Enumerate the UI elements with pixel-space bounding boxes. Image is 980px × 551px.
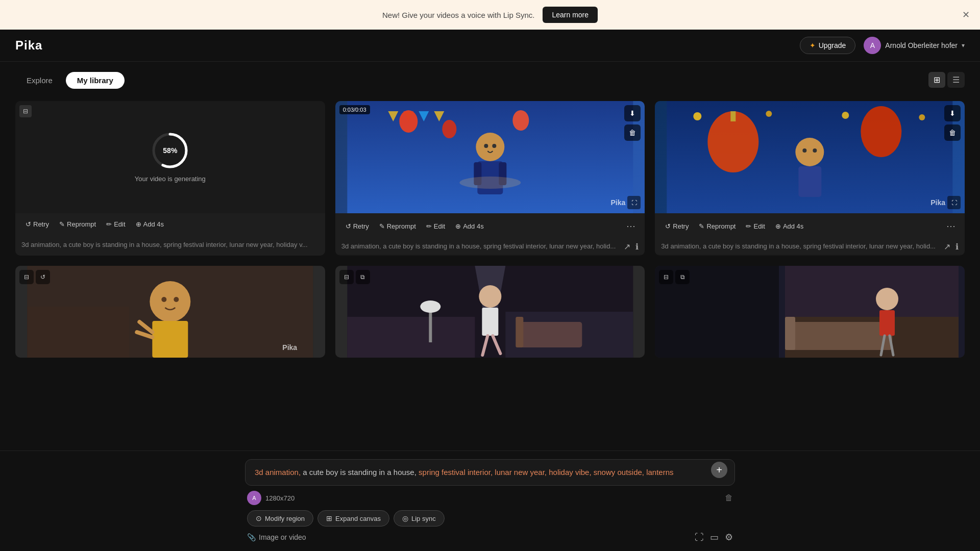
retry-icon: ↺ bbox=[26, 220, 31, 228]
reprompt-button-2[interactable]: ✎ Reprompt bbox=[695, 220, 740, 232]
share-button-1[interactable]: ↗ bbox=[624, 242, 630, 252]
reprompt-button-1[interactable]: ✎ Reprompt bbox=[375, 220, 420, 232]
svg-text:Pika: Pika bbox=[282, 343, 297, 352]
user-name: Arnold Oberleiter hofer bbox=[885, 41, 958, 49]
view-controls: ⊞ ☰ bbox=[928, 72, 965, 88]
keyword-lanterns: lanterns bbox=[646, 468, 673, 477]
resolution-label: 1280x720 bbox=[265, 494, 295, 502]
svg-point-22 bbox=[766, 111, 772, 117]
upgrade-button[interactable]: ✦ Upgrade bbox=[800, 37, 856, 54]
video-card-1: ⬇ 🗑 0:03/0:03 Pika ⛶ ↺ Retry ✎ Re bbox=[335, 101, 645, 256]
thumb-top-left-1: 0:03/0:03 bbox=[339, 105, 370, 114]
settings-button[interactable]: ⚙ bbox=[725, 532, 733, 543]
expand-small-woman[interactable]: ⊟ bbox=[339, 270, 354, 284]
lip-sync-button[interactable]: ◎ Lip sync bbox=[394, 510, 445, 527]
tabs-row: Explore My library ⊞ ☰ bbox=[15, 72, 965, 101]
pika-watermark-1: Pika ⛶ bbox=[611, 196, 641, 209]
keyword-3d-animation: 3d animation, bbox=[255, 468, 301, 477]
video-thumb-2[interactable]: ⬇ 🗑 Pika ⛶ bbox=[655, 101, 965, 213]
learn-more-button[interactable]: Learn more bbox=[543, 7, 598, 23]
video-grid-row2: Pika ⊟ ↺ bbox=[15, 266, 965, 358]
notification-banner: New! Give your videos a voice with Lip S… bbox=[0, 0, 980, 30]
paperclip-icon: 📎 bbox=[247, 533, 256, 541]
copy-small-couch[interactable]: ⧉ bbox=[675, 270, 690, 284]
svg-point-54 bbox=[876, 288, 898, 310]
time-badge-1: 0:03/0:03 bbox=[339, 105, 370, 114]
tab-my-library[interactable]: My library bbox=[66, 72, 125, 89]
share-button-2[interactable]: ↗ bbox=[944, 242, 950, 252]
download-button-2[interactable]: ⬇ bbox=[944, 105, 961, 121]
edit-button-1[interactable]: ✏ Edit bbox=[422, 220, 449, 232]
user-info[interactable]: A Arnold Oberleiter hofer ▾ bbox=[864, 37, 965, 54]
expand-small-man[interactable]: ⊟ bbox=[19, 270, 34, 284]
expand-icon: ⊟ bbox=[19, 105, 32, 117]
svg-point-5 bbox=[512, 110, 529, 131]
expand-btn-1[interactable]: ⛶ bbox=[627, 196, 641, 209]
expand-canvas-button[interactable]: ⊞ Expand canvas bbox=[317, 510, 389, 527]
delete-button-1[interactable]: 🗑 bbox=[624, 124, 641, 141]
bottom-area: 3d animation, a cute boy is standing in … bbox=[0, 450, 980, 552]
svg-point-24 bbox=[919, 114, 925, 120]
add-button[interactable]: + bbox=[711, 462, 727, 478]
resolution-delete-button[interactable]: 🗑 bbox=[725, 493, 733, 503]
video-thumb-1[interactable]: ⬇ 🗑 0:03/0:03 Pika ⛶ bbox=[335, 101, 645, 213]
svg-point-23 bbox=[842, 112, 849, 119]
card-description-1: 3d animation, a cute boy is standing in … bbox=[341, 242, 624, 251]
video-card-man: Pika ⊟ ↺ bbox=[15, 266, 325, 358]
add4s-button-2[interactable]: ⊕ Add 4s bbox=[771, 220, 807, 232]
image-or-video-label: Image or video bbox=[259, 533, 306, 541]
header: Pika ✦ Upgrade A Arnold Oberleiter hofer… bbox=[0, 30, 980, 62]
toolbar-icons: ⛶ ▭ ⚙ bbox=[695, 532, 733, 543]
action-bar-1: ↺ Retry ✎ Reprompt ✏ Edit ⊕ Add 4s ⋯ bbox=[335, 213, 645, 239]
info-button-1[interactable]: ℹ bbox=[635, 242, 639, 252]
retry-button-0[interactable]: ↺ Retry bbox=[21, 218, 53, 230]
refresh-small-man[interactable]: ↺ bbox=[36, 270, 50, 284]
video-card-woman-couch: ⊟ ⧉ bbox=[655, 266, 965, 358]
keyword-lunar-new-year: lunar new year, bbox=[495, 468, 547, 477]
video-thumb-woman-room[interactable]: ⊟ ⧉ bbox=[335, 266, 645, 358]
grid-view-button[interactable]: ⊞ bbox=[928, 72, 945, 88]
svg-rect-52 bbox=[790, 322, 892, 350]
more-button-2[interactable]: ⋯ bbox=[943, 218, 959, 234]
card-description-0: 3d animation, a cute boy is standing in … bbox=[15, 235, 325, 256]
delete-button-2[interactable]: 🗑 bbox=[944, 124, 961, 141]
video-thumb-woman-couch[interactable]: ⊟ ⧉ bbox=[655, 266, 965, 358]
modify-region-button[interactable]: ⊙ Modify region bbox=[247, 510, 313, 527]
download-button-1[interactable]: ⬇ bbox=[624, 105, 641, 121]
image-or-video[interactable]: 📎 Image or video bbox=[247, 533, 306, 541]
expand-btn-2[interactable]: ⛶ bbox=[947, 196, 961, 209]
video-card-woman-room: ⊟ ⧉ bbox=[335, 266, 645, 358]
svg-rect-38 bbox=[347, 317, 475, 358]
prompt-box: 3d animation, a cute boy is standing in … bbox=[245, 459, 735, 486]
modify-region-icon: ⊙ bbox=[256, 514, 262, 522]
expand-small-couch[interactable]: ⊟ bbox=[659, 270, 673, 284]
video-card-2: ⬇ 🗑 Pika ⛶ ↺ Retry ✎ Reprompt ✏ bbox=[655, 101, 965, 256]
list-view-button[interactable]: ☰ bbox=[947, 72, 965, 88]
keyword-holiday-vibe: holiday vibe, bbox=[549, 468, 591, 477]
prompt-text: 3d animation, a cute boy is standing in … bbox=[255, 467, 725, 479]
video-grid-row1: ⊟ 58% Your video is generating ↺ Retry bbox=[15, 101, 965, 256]
copy-small-woman[interactable]: ⧉ bbox=[356, 270, 370, 284]
retry-button-2[interactable]: ↺ Retry bbox=[661, 220, 693, 232]
card-description-2: 3d animation, a cute boy is standing in … bbox=[661, 242, 944, 251]
add4s-button-1[interactable]: ⊕ Add 4s bbox=[451, 220, 487, 232]
action-pills: ⊙ Modify region ⊞ Expand canvas ◎ Lip sy… bbox=[245, 505, 735, 527]
edit-button-0[interactable]: ✏ Edit bbox=[102, 218, 129, 230]
retry-button-1[interactable]: ↺ Retry bbox=[341, 220, 373, 232]
more-button-1[interactable]: ⋯ bbox=[623, 218, 639, 234]
resolution-left: A 1280x720 bbox=[247, 491, 295, 505]
aspect-ratio-button[interactable]: ▭ bbox=[710, 532, 719, 543]
add4s-button-0[interactable]: ⊕ Add 4s bbox=[132, 218, 168, 230]
expand-canvas-label: Expand canvas bbox=[335, 515, 381, 522]
reprompt-button-0[interactable]: ✎ Reprompt bbox=[55, 218, 100, 230]
logo: Pika bbox=[15, 38, 42, 53]
expand-canvas-icon: ⊞ bbox=[326, 514, 332, 522]
info-button-2[interactable]: ℹ bbox=[955, 242, 959, 252]
tab-explore[interactable]: Explore bbox=[15, 72, 64, 89]
video-thumb-man[interactable]: Pika ⊟ ↺ bbox=[15, 266, 325, 358]
svg-rect-53 bbox=[785, 317, 795, 350]
svg-rect-31 bbox=[27, 307, 129, 358]
fullscreen-tool-button[interactable]: ⛶ bbox=[695, 532, 704, 543]
edit-button-2[interactable]: ✏ Edit bbox=[742, 220, 769, 232]
banner-close-button[interactable]: ✕ bbox=[962, 9, 970, 20]
